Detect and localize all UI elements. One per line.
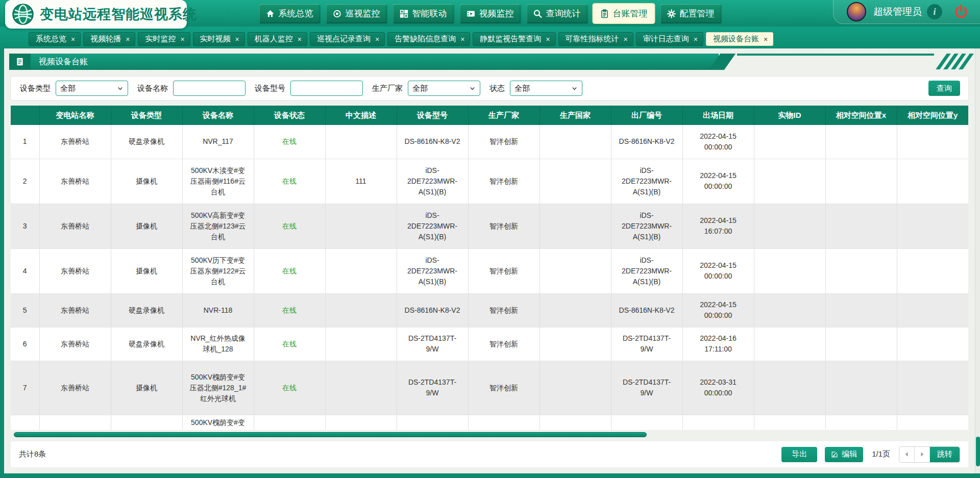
table-cell: 3 — [11, 204, 39, 248]
query-button[interactable]: 查询 — [928, 81, 960, 96]
table-cell: 智洋创新 — [468, 293, 540, 327]
tab-close-icon[interactable]: × — [375, 36, 379, 43]
power-icon[interactable] — [953, 4, 969, 19]
tab-静默监视告警查询[interactable]: 静默监视告警查询 × — [473, 32, 555, 46]
vertical-scrollbar-thumb[interactable] — [976, 437, 980, 466]
tab-机器人监控[interactable]: 机器人监控 × — [248, 32, 307, 46]
sgcc-globe-logo — [12, 4, 34, 25]
prev-page-icon[interactable] — [899, 447, 915, 462]
tab-close-icon[interactable]: × — [546, 36, 550, 43]
table-cell — [754, 293, 825, 327]
app-title: 变电站远程智能巡视系统 — [40, 5, 197, 23]
table-cell — [254, 415, 325, 430]
tab-close-icon[interactable]: × — [71, 36, 75, 43]
table-cell — [540, 415, 611, 430]
column-生产厂家: 生产厂家 — [468, 106, 540, 125]
table-cell — [540, 361, 611, 415]
table-cell — [825, 327, 897, 361]
table-cell: 在线 — [254, 204, 325, 248]
table-cell — [540, 327, 611, 361]
table-cell — [540, 293, 611, 327]
table-cell — [897, 159, 968, 204]
column-中文描述: 中文描述 — [325, 106, 397, 125]
table-cell: DS-8616N-K8-V2 — [611, 293, 682, 327]
table-row[interactable]: 3东善桥站摄像机500KV高新变#变压器北侧#123#云台机在线iDS-2DE7… — [11, 204, 968, 248]
table-row[interactable]: 500KV槐荫变#变 — [11, 415, 968, 430]
filter-select-状态[interactable]: 全部 — [510, 81, 582, 96]
filter-select-生产厂家[interactable]: 全部 — [408, 81, 480, 96]
table-cell: 500KV历下变#变压器东侧#122#云台机 — [182, 248, 254, 293]
tab-close-icon[interactable]: × — [126, 36, 130, 43]
tab-close-icon[interactable]: × — [624, 36, 628, 43]
tab-实时监控[interactable]: 实时监控 × — [138, 32, 190, 46]
nav-button-配置管理[interactable]: 配置管理 — [660, 4, 721, 23]
table-row[interactable]: 2东善桥站摄像机500KV木渎变#变压器南侧#116#云台机在线111iDS-2… — [11, 159, 968, 204]
table-cell — [325, 327, 397, 361]
tab-close-icon[interactable]: × — [764, 36, 768, 43]
column-设备型号: 设备型号 — [397, 106, 468, 125]
table-cell: 智洋创新 — [468, 361, 540, 415]
page-title: 视频设备台账 — [39, 57, 88, 67]
table-cell: iDS-2DE7223MWR-A(S1)(B) — [611, 159, 682, 204]
tab-实时视频[interactable]: 实时视频 × — [193, 32, 245, 46]
nav-button-智能联动[interactable]: 智能联动 — [393, 4, 454, 23]
column-index — [11, 106, 39, 125]
tab-告警缺陷信息查询[interactable]: 告警缺陷信息查询 × — [387, 32, 470, 46]
table-cell: 摄像机 — [111, 159, 182, 204]
table-cell — [325, 293, 397, 327]
table-cell: 东善桥站 — [39, 327, 111, 361]
tab-视频轮播[interactable]: 视频轮播 × — [83, 32, 135, 46]
tab-close-icon[interactable]: × — [460, 36, 464, 43]
tab-审计日志查询[interactable]: 审计日志查询 × — [636, 32, 703, 46]
column-设备类型: 设备类型 — [111, 106, 182, 125]
edit-button[interactable]: 编辑 — [825, 447, 863, 462]
tab-视频设备台账[interactable]: 视频设备台账 × — [706, 32, 773, 46]
nav-button-巡视监控[interactable]: 巡视监控 — [326, 4, 387, 23]
table-cell — [468, 415, 540, 430]
table-cell — [682, 415, 754, 430]
pagination: 跳转 — [899, 446, 960, 463]
tab-可靠性指标统计[interactable]: 可靠性指标统计 × — [558, 32, 633, 46]
edit-pencil-icon — [831, 451, 838, 458]
tab-巡视点记录查询[interactable]: 巡视点记录查询 × — [310, 32, 385, 46]
nav-button-系统总览[interactable]: 系统总览 — [259, 4, 320, 23]
table-cell: 东善桥站 — [39, 204, 111, 248]
table-row[interactable]: 7东善桥站摄像机500KV槐荫变#变压器北侧#128_1#红外光球机在线DS-2… — [11, 361, 968, 415]
table-header-row: 变电站名称设备类型设备名称设备状态中文描述设备型号生产厂家生产国家出厂编号出场日… — [11, 106, 968, 125]
table-cell — [397, 415, 468, 430]
table-cell: 2 — [11, 159, 39, 204]
nav-button-台账管理[interactable]: 台账管理 — [594, 4, 654, 23]
tab-close-icon[interactable]: × — [298, 36, 302, 43]
filter-input-设备型号[interactable] — [290, 81, 363, 96]
link-grid-icon — [400, 9, 409, 18]
export-button[interactable]: 导出 — [781, 447, 817, 462]
filter-input-设备名称[interactable] — [173, 81, 246, 96]
tab-close-icon[interactable]: × — [694, 36, 698, 43]
table-cell: 东善桥站 — [39, 361, 111, 415]
filter-select-设备类型[interactable]: 全部 — [56, 81, 128, 96]
horizontal-scrollbar-thumb[interactable] — [14, 432, 647, 437]
table-row[interactable]: 6东善桥站硬盘录像机NVR_红外热成像球机_128在线DS-2TD4137T-9… — [11, 327, 968, 361]
table-row[interactable]: 5东善桥站硬盘录像机NVR-118在线DS-8616N-K8-V2智洋创新DS-… — [11, 293, 968, 327]
table-cell — [897, 248, 968, 293]
table-cell — [325, 415, 397, 430]
tab-系统总览[interactable]: 系统总览 × — [29, 32, 81, 46]
nav-button-视频监控[interactable]: 视频监控 — [460, 4, 521, 23]
tab-close-icon[interactable]: × — [235, 36, 239, 43]
tab-close-icon[interactable]: × — [180, 36, 184, 43]
table-cell — [825, 159, 897, 204]
jump-button[interactable]: 跳转 — [930, 447, 960, 462]
table-cell — [540, 159, 611, 204]
next-page-icon[interactable] — [915, 447, 930, 462]
table-row[interactable]: 1东善桥站硬盘录像机NVR_117在线DS-8616N-K8-V2智洋创新DS-… — [11, 125, 968, 159]
table-cell: 智洋创新 — [468, 327, 540, 361]
table-row[interactable]: 4东善桥站摄像机500KV历下变#变压器东侧#122#云台机在线iDS-2DE7… — [11, 248, 968, 293]
table-cell — [825, 125, 897, 159]
user-panel: 超级管理员 i — [833, 0, 980, 24]
table-cell: iDS-2DE7223MWR-A(S1)(B) — [611, 204, 682, 248]
ledger-icon — [600, 9, 609, 18]
column-相对空间位置x: 相对空间位置x — [825, 106, 897, 125]
info-icon[interactable]: i — [927, 4, 942, 19]
eye-icon — [333, 9, 342, 18]
nav-button-查询统计[interactable]: 查询统计 — [527, 4, 587, 23]
